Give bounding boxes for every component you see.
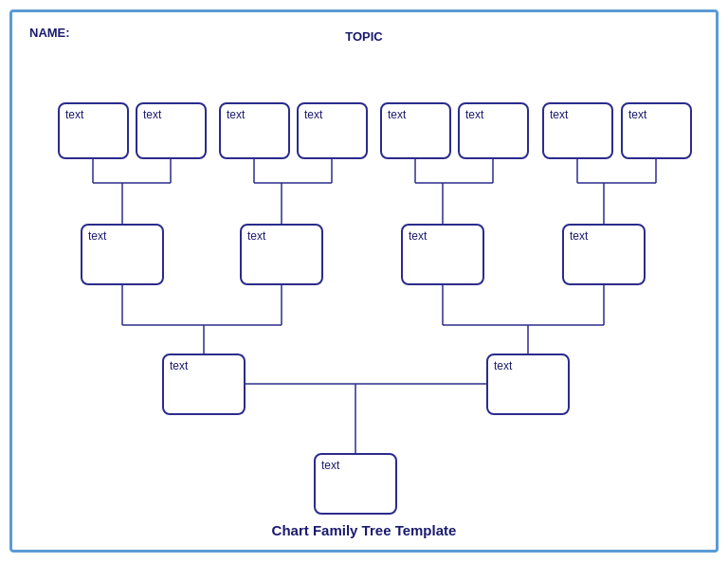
node-m4[interactable]: text (562, 224, 646, 285)
node-n3[interactable]: text (219, 102, 290, 159)
node-m1[interactable]: text (81, 224, 164, 285)
node-n2[interactable]: text (136, 102, 207, 159)
node-m3[interactable]: text (401, 224, 484, 285)
node-c1[interactable]: text (314, 453, 397, 515)
tree-container: text text text text text text text text … (22, 45, 706, 538)
node-n5[interactable]: text (380, 102, 451, 159)
node-m2[interactable]: text (240, 224, 323, 285)
name-label: NAME: (29, 26, 70, 40)
node-n8[interactable]: text (621, 102, 692, 159)
node-n1[interactable]: text (58, 102, 129, 159)
node-n6[interactable]: text (458, 102, 529, 159)
node-n4[interactable]: text (297, 102, 368, 159)
node-n7[interactable]: text (542, 102, 613, 159)
footer-label: Chart Family Tree Template (12, 522, 716, 538)
node-p1[interactable]: text (162, 354, 246, 415)
topic-label: TOPIC (22, 29, 706, 44)
outer-border: NAME: TOPIC (9, 9, 719, 553)
node-p2[interactable]: text (486, 354, 570, 415)
